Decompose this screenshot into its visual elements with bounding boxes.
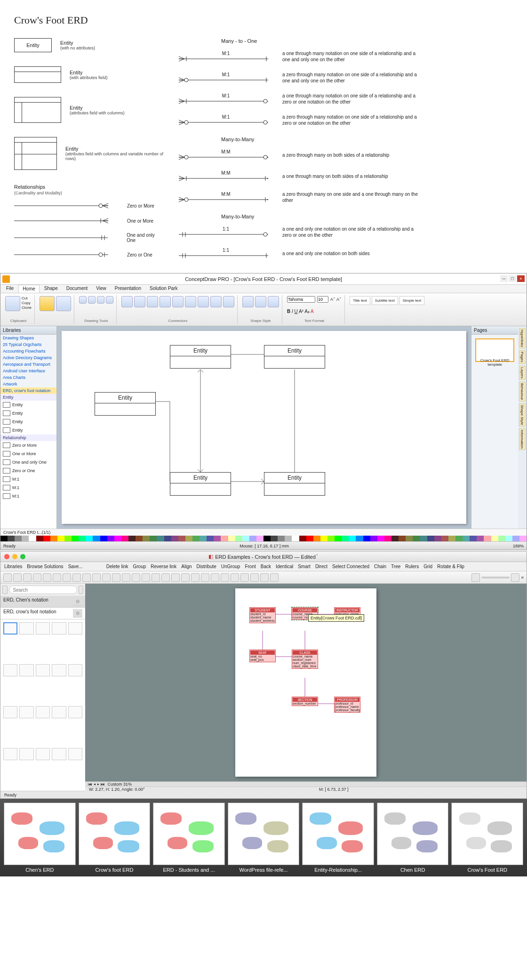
library-item[interactable]: Area Charts xyxy=(0,374,56,381)
connector-tool-icon[interactable] xyxy=(210,296,222,307)
mac-minimize-button[interactable] xyxy=(12,554,17,559)
mac-close-button[interactable] xyxy=(4,554,9,559)
color-swatch[interactable] xyxy=(242,536,249,541)
mac-menu-item[interactable]: Direct xyxy=(315,564,327,569)
shape-thumbnail[interactable] xyxy=(3,748,17,760)
shape-thumbnail[interactable] xyxy=(3,622,17,635)
fontsize-select[interactable] xyxy=(317,296,328,303)
mac-menu-item[interactable]: Group xyxy=(133,564,146,569)
toolbar-icon[interactable] xyxy=(191,573,200,582)
library-item[interactable]: Artwork xyxy=(0,381,56,387)
shape-tool-icon[interactable] xyxy=(97,296,104,304)
entity-box[interactable]: Entity xyxy=(95,392,156,416)
color-swatch[interactable] xyxy=(150,536,157,541)
color-swatch[interactable] xyxy=(50,536,57,541)
color-swatch[interactable] xyxy=(128,536,136,541)
color-swatch[interactable] xyxy=(235,536,242,541)
mac-menu-item[interactable]: Tree xyxy=(391,564,400,569)
search-input[interactable] xyxy=(9,586,77,594)
shape-thumbnail[interactable] xyxy=(52,706,66,718)
color-swatch[interactable] xyxy=(100,536,107,541)
color-swatch[interactable] xyxy=(313,536,320,541)
color-swatch[interactable] xyxy=(448,536,455,541)
color-swatch[interactable] xyxy=(363,536,370,541)
connector-tool-icon[interactable] xyxy=(160,296,171,307)
gallery-item[interactable]: Crow's foot ERD xyxy=(79,803,151,873)
shape-thumbnail[interactable] xyxy=(36,748,50,760)
color-swatch[interactable] xyxy=(178,536,185,541)
toolbar-icon[interactable] xyxy=(122,573,130,582)
color-swatch[interactable] xyxy=(299,536,306,541)
toolbar-icon[interactable] xyxy=(72,573,81,582)
connector-tool-icon[interactable] xyxy=(185,296,196,307)
close-button[interactable]: × xyxy=(517,275,525,282)
mac-zoom-button[interactable] xyxy=(20,554,25,559)
color-swatch[interactable] xyxy=(327,536,335,541)
shape-thumbnail[interactable] xyxy=(68,664,82,676)
toolbar-icon[interactable] xyxy=(23,573,32,582)
mac-menu-item[interactable]: Libraries xyxy=(4,564,22,569)
toolbar-icon[interactable] xyxy=(82,573,91,582)
color-swatch[interactable] xyxy=(484,536,491,541)
mac-menu-item[interactable]: Identical xyxy=(276,564,293,569)
color-swatch[interactable] xyxy=(512,536,519,541)
toolbar-icon[interactable] xyxy=(152,573,160,582)
style-preset[interactable]: Subtitle text xyxy=(372,296,398,305)
shape-item[interactable]: Zero or More xyxy=(0,441,56,450)
mac-drawing-page[interactable]: STUDENTstudent_idstudent_namestudent_add… xyxy=(235,588,376,777)
side-tab[interactable]: Behaviour xyxy=(519,382,526,402)
library-tab[interactable]: ERD, Chen's notation ⊖ xyxy=(0,596,85,608)
font-select[interactable] xyxy=(287,296,315,303)
color-palette[interactable] xyxy=(0,536,527,541)
shape-thumbnail[interactable] xyxy=(36,706,50,718)
color-swatch[interactable] xyxy=(114,536,121,541)
color-swatch[interactable] xyxy=(249,536,256,541)
color-swatch[interactable] xyxy=(427,536,434,541)
connector-tool-icon[interactable] xyxy=(172,296,184,307)
toolbar-icon[interactable] xyxy=(43,573,51,582)
toolbar-icon[interactable] xyxy=(112,573,120,582)
color-swatch[interactable] xyxy=(285,536,292,541)
shape-thumbnail[interactable] xyxy=(52,748,66,760)
mac-menu-item[interactable]: UnGroup xyxy=(221,564,240,569)
textbox-tool-icon[interactable] xyxy=(56,296,71,311)
page-thumbnail[interactable]: Crow's Foot ERD template xyxy=(475,338,514,362)
mac-menu-item[interactable]: Align xyxy=(181,564,192,569)
color-swatch[interactable] xyxy=(335,536,342,541)
color-swatch[interactable] xyxy=(406,536,413,541)
library-item[interactable]: Android User Interface xyxy=(0,368,56,374)
connector-tool-icon[interactable] xyxy=(198,296,209,307)
toolbar-icon[interactable] xyxy=(53,573,61,582)
entity-box[interactable]: Entity xyxy=(264,345,325,369)
shape-item[interactable]: Entity xyxy=(0,401,56,409)
gallery-item[interactable]: Crow's Foot ERD xyxy=(451,803,523,873)
menu-item[interactable]: Home xyxy=(18,285,40,293)
toolbar-icon[interactable] xyxy=(171,573,180,582)
color-swatch[interactable] xyxy=(391,536,399,541)
menu-item[interactable]: Shape xyxy=(40,285,62,293)
color-swatch[interactable] xyxy=(200,536,207,541)
style-preset[interactable]: Title text xyxy=(350,296,370,305)
shape-tool-icon[interactable] xyxy=(106,296,113,304)
toolbar-icon[interactable] xyxy=(250,573,259,582)
shape-thumbnail[interactable] xyxy=(19,622,33,635)
color-swatch[interactable] xyxy=(15,536,22,541)
color-swatch[interactable] xyxy=(470,536,477,541)
color-swatch[interactable] xyxy=(505,536,512,541)
toolbar-icon[interactable] xyxy=(221,573,229,582)
shape-thumbnail[interactable] xyxy=(52,664,66,676)
color-swatch[interactable] xyxy=(292,536,299,541)
shape-thumbnail[interactable] xyxy=(68,706,82,718)
menu-item[interactable]: Presentation xyxy=(111,285,145,293)
color-swatch[interactable] xyxy=(214,536,221,541)
shape-thumbnail[interactable] xyxy=(19,706,33,718)
color-swatch[interactable] xyxy=(185,536,192,541)
mac-menu-item[interactable]: Delete link xyxy=(106,564,128,569)
color-swatch[interactable] xyxy=(463,536,470,541)
shape-item[interactable]: M:1 xyxy=(0,492,56,500)
shape-thumbnail[interactable] xyxy=(3,706,17,718)
color-swatch[interactable] xyxy=(164,536,171,541)
color-swatch[interactable] xyxy=(306,536,313,541)
color-swatch[interactable] xyxy=(64,536,72,541)
mac-menu-item[interactable]: Chain xyxy=(374,564,386,569)
